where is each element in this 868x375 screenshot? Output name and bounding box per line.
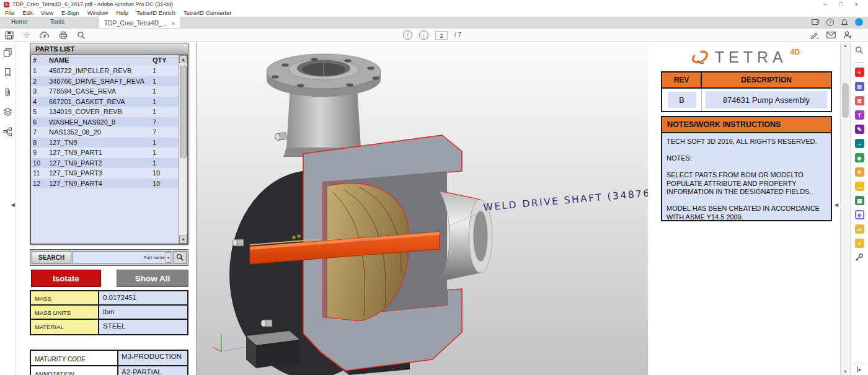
send-email-icon[interactable] [826, 32, 836, 38]
attribute-row: ANNOTATIONA2-PARTIAL [31, 366, 187, 375]
print-production-icon[interactable]: ▤ [855, 196, 864, 205]
combine-files-icon[interactable]: ⊞ [855, 82, 864, 91]
page-thumbnails-icon[interactable] [3, 48, 12, 60]
organize-pages-icon[interactable]: ≣ [855, 96, 864, 105]
tools-rail: +⊞≣T✎→◈✦…▤◉▱+ ▸ [850, 42, 868, 375]
menu-window[interactable]: Window [87, 9, 108, 16]
cell: WASHER_NAS620_8 [47, 117, 151, 128]
search-bar: SEARCH Part name ▾ [30, 249, 188, 266]
notifications-bell-icon[interactable] [841, 18, 848, 26]
property-row: MASS0.0172451 [31, 291, 187, 306]
cell: 1 [151, 76, 180, 87]
print-icon[interactable] [59, 31, 68, 40]
parts-list-row[interactable]: 12127_TN9_PART410 [31, 179, 187, 189]
inlet-flange[interactable] [267, 54, 381, 97]
cell: 127_TN9 [47, 138, 151, 148]
request-signature-person-icon[interactable] [843, 31, 852, 39]
comment-icon[interactable]: … [855, 182, 864, 191]
scrollbar-thumb[interactable] [842, 83, 849, 118]
collapse-right-pane-icon[interactable]: ◀ [835, 202, 838, 208]
menu-help[interactable]: Help [116, 9, 128, 16]
parts-list-row[interactable]: 9127_TN9_PART11 [31, 148, 187, 158]
tab-tools[interactable]: Tools [39, 17, 76, 28]
scrollbar-down-icon[interactable]: ▼ [841, 369, 850, 374]
chevron-down-icon[interactable]: ▾ [166, 252, 171, 263]
menu-edit[interactable]: Edit [22, 9, 32, 16]
revision-table: REV DESCRIPTION B 874631 Pump Assembly [661, 71, 832, 112]
search-button[interactable]: SEARCH [32, 251, 71, 264]
bookmarks-icon[interactable] [3, 68, 12, 79]
tab-document-label: TDP_Creo_Tetra4D_... [104, 20, 167, 27]
scrollbar-up-icon[interactable]: ▲ [841, 43, 850, 48]
page-number-input[interactable]: 2 [435, 31, 448, 40]
parts-list-scrollbar[interactable]: ▲ ▼ [179, 55, 187, 244]
parts-list-row[interactable]: 8127_TN91 [31, 138, 187, 148]
parts-list-row[interactable]: 6WASHER_NAS620_87 [31, 117, 187, 128]
search-filter-dropdown[interactable]: Part name ▾ [143, 252, 172, 263]
parts-list-row[interactable]: 2348766_DRIVE_SHAFT_REVA1 [31, 76, 187, 87]
tab-close-icon[interactable]: × [172, 20, 175, 27]
parts-list-row[interactable]: 11127_TN9_PART310 [31, 168, 187, 179]
menu-tetra4d-enrich[interactable]: Tetra4D Enrich [136, 9, 175, 16]
next-page-button[interactable]: ↓ [419, 30, 428, 40]
favorite-star-icon[interactable]: ☆ [23, 32, 30, 39]
3d-viewport[interactable]: WELD DRIVE SHAFT (348766 [196, 42, 647, 375]
tab-document[interactable]: TDP_Creo_Tetra4D_... × [98, 17, 181, 28]
document-scrollbar[interactable]: ▲ ▼ [840, 42, 850, 375]
measure-icon[interactable]: ▱ [855, 224, 864, 234]
protect-icon[interactable]: ◉ [855, 210, 864, 219]
parts-list-row[interactable]: 7NAS1352_08_207 [31, 127, 187, 138]
menu-bar: File Edit View E-Sign Window Help Tetra4… [0, 9, 868, 17]
parts-list-row[interactable]: 3778594_CASE_REVA1 [31, 86, 187, 97]
model-tree-icon[interactable] [3, 127, 12, 139]
maximize-button[interactable]: □ [839, 1, 842, 7]
cell: 11 [31, 168, 47, 179]
search-input[interactable]: Part name ▾ [73, 251, 172, 264]
menu-view[interactable]: View [41, 9, 53, 16]
cell: MASS [31, 291, 99, 304]
cell: 127_TN9_PART3 [47, 168, 151, 179]
isolate-button[interactable]: Isolate [31, 270, 101, 287]
expand-tools-pane-icon[interactable]: ▸ [857, 366, 862, 373]
previous-page-button[interactable]: ↑ [403, 30, 412, 40]
account-avatar[interactable] [855, 18, 863, 26]
minimize-button[interactable]: – [823, 1, 826, 7]
cell: 134019_COVER_REVB [47, 107, 151, 117]
stamp-icon[interactable]: ✦ [855, 167, 864, 177]
edit-pdf-icon[interactable]: T [855, 110, 864, 120]
collapse-left-pane-icon[interactable]: ◀ [11, 202, 15, 208]
more-tools-icon[interactable]: + [855, 239, 864, 248]
menu-esign[interactable]: E-Sign [61, 9, 79, 16]
attachments-paperclip-icon[interactable] [3, 87, 12, 99]
cell: 1 [31, 66, 47, 76]
fill-sign-icon[interactable]: ✎ [855, 125, 864, 134]
share-screen-icon[interactable] [812, 19, 820, 26]
save-icon[interactable] [5, 31, 14, 40]
help-icon[interactable]: ? [826, 19, 834, 26]
cell: STEEL [99, 320, 187, 334]
close-button[interactable]: × [855, 1, 858, 7]
scroll-up-icon[interactable]: ▲ [179, 55, 187, 63]
tab-home[interactable]: Home [0, 17, 39, 28]
layers-icon[interactable] [3, 107, 12, 119]
wrench-tool-icon[interactable] [855, 253, 864, 264]
create-pdf-icon[interactable]: + [855, 68, 864, 77]
find-icon[interactable] [77, 31, 86, 40]
show-all-button[interactable]: Show All [117, 270, 188, 287]
export-pdf-icon[interactable]: → [855, 139, 864, 148]
parts-list-row[interactable]: 1450722_IMPELLER_REVB1 [31, 66, 187, 76]
menu-tetra4d-converter[interactable]: Tetra4D Converter [184, 9, 232, 16]
parts-list-row[interactable]: 4667201_GASKET_REVA1 [31, 97, 187, 107]
menu-file[interactable]: File [5, 9, 14, 16]
parts-list-row[interactable]: 5134019_COVER_REVB1 [31, 107, 187, 117]
search-magnifier-button[interactable] [174, 251, 187, 264]
cloud-upload-icon[interactable] [40, 31, 50, 39]
scroll-down-icon[interactable]: ▼ [179, 236, 187, 244]
cell: 348766_DRIVE_SHAFT_REVA [47, 76, 151, 87]
property-row: MATERIALSTEEL [31, 320, 187, 334]
scroll-thumb[interactable] [180, 66, 187, 157]
rail-find-icon[interactable] [855, 46, 864, 57]
parts-list-row[interactable]: 10127_TN9_PART21 [31, 158, 187, 169]
scan-ocr-icon[interactable]: ◈ [855, 153, 864, 162]
fill-sign-pen-icon[interactable] [810, 31, 819, 39]
